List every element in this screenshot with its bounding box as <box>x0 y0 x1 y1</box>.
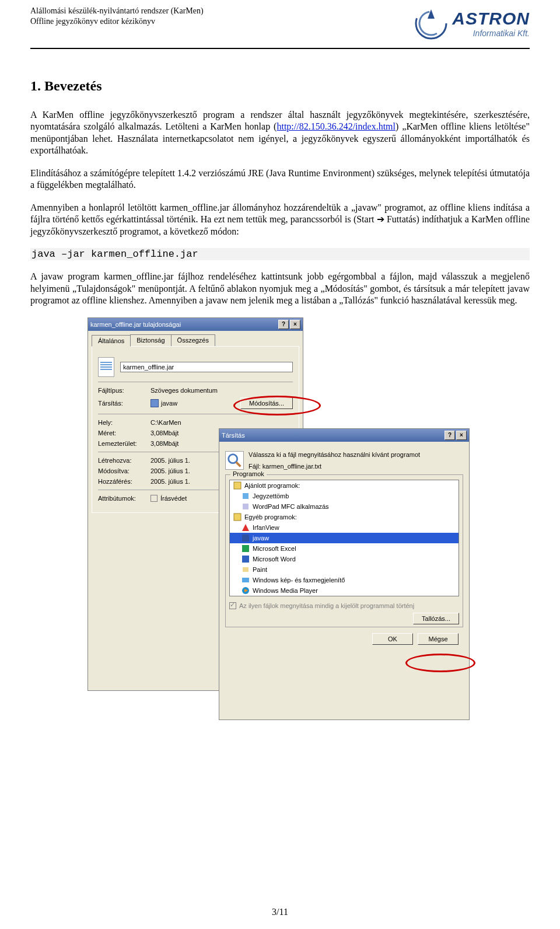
svg-rect-13 <box>243 567 249 572</box>
embedded-screenshot: karmen_offline.jar tulajdonságai ? × Ált… <box>88 317 473 732</box>
svg-marker-9 <box>242 524 249 531</box>
label-modified: Módosítva: <box>98 467 150 474</box>
paragraph-2: Elindításához a számítógépre telepített … <box>30 167 530 191</box>
header-line1: Alállomási készülék-nyilvántartó rendsze… <box>30 6 204 16</box>
header-line2: Offline jegyzőkönyv editor kézikönyv <box>30 16 204 27</box>
list-item: XmlPad <box>230 596 459 596</box>
page-number: 3/11 <box>0 907 560 917</box>
svg-rect-14 <box>242 578 249 582</box>
paragraph-3: Amennyiben a honlapról letöltött karmen_… <box>30 202 530 238</box>
value-filetype: Szöveges dokumentum <box>150 387 218 394</box>
svg-line-4 <box>236 462 241 466</box>
logo-sub: Informatikai Kft. <box>473 29 530 38</box>
logo-name: ASTRON <box>452 9 530 29</box>
svg-rect-8 <box>234 514 241 521</box>
list-item: Jegyzettömb <box>230 491 459 501</box>
tab-security[interactable]: Biztonság <box>130 334 171 346</box>
svg-rect-10 <box>242 535 249 542</box>
value-file: karmen_offline.jar.txt <box>262 463 321 470</box>
ok-button[interactable]: OK <box>372 633 413 645</box>
value-attributes: Írásvédet <box>160 495 187 502</box>
cancel-button[interactable]: Mégse <box>418 633 459 645</box>
label-location: Hely: <box>98 419 150 426</box>
svg-rect-6 <box>243 493 249 499</box>
programs-group: Programok Ajánlott programok: Jegyzettöm… <box>225 474 463 627</box>
programs-list[interactable]: Ajánlott programok: Jegyzettömb WordPad … <box>229 480 459 596</box>
programs-legend: Programok <box>230 470 267 477</box>
label-file: Fájl: <box>249 463 261 470</box>
company-logo: ASTRON Informatikai Kft. <box>414 6 530 41</box>
list-item: Microsoft Word <box>230 554 459 564</box>
list-item-selected: javaw <box>230 533 459 543</box>
properties-tabs: Általános Biztonság Összegzés <box>88 331 303 346</box>
heading-1: 1. Bevezetés <box>30 78 530 94</box>
association-dialog: Társítás ? × Válassza ki a fájl megnyitá… <box>219 428 470 720</box>
filename-field[interactable]: karmen_offline.jar <box>120 362 293 372</box>
header-rule <box>30 48 530 49</box>
help-button[interactable]: ? <box>444 431 455 440</box>
close-button[interactable]: × <box>290 320 300 329</box>
svg-marker-2 <box>428 9 435 19</box>
label-accessed: Hozzáférés: <box>98 478 150 485</box>
label-attributes: Attribútumok: <box>98 495 150 502</box>
magnifier-icon <box>225 451 244 470</box>
doc-header: Alállomási készülék-nyilvántartó rendsze… <box>30 6 530 41</box>
label-association: Társítás: <box>98 400 150 407</box>
tab-summary[interactable]: Összegzés <box>171 334 215 346</box>
highlight-circle-modify <box>233 396 321 415</box>
svg-rect-7 <box>243 504 249 509</box>
value-diskspace: 3,08Mbájt <box>150 440 178 447</box>
always-use-checkbox[interactable] <box>229 602 236 609</box>
paragraph-4: A javaw program karmen_offline.jar fájlh… <box>30 271 530 306</box>
always-use-label: Az ilyen fájlok megnyitása mindig a kije… <box>239 602 414 609</box>
label-filetype: Fájltípus: <box>98 387 150 394</box>
paragraph-1: A KarMen offline jegyzőkönyvszerkesztő p… <box>30 109 530 157</box>
download-url-link[interactable]: http://82.150.36.242/index.html <box>276 121 396 131</box>
properties-title: karmen_offline.jar tulajdonságai <box>90 321 181 328</box>
svg-point-3 <box>229 454 237 463</box>
readonly-checkbox[interactable] <box>150 495 158 502</box>
label-size: Méret: <box>98 429 150 436</box>
value-accessed: 2005. július 1. <box>150 478 190 485</box>
logo-swoosh-icon <box>414 6 449 41</box>
label-diskspace: Lemezterület: <box>98 440 150 447</box>
list-item: Microsoft Excel <box>230 543 459 554</box>
svg-rect-11 <box>242 545 249 552</box>
command-line: java –jar karmen_offline.jar <box>30 248 530 260</box>
properties-titlebar: karmen_offline.jar tulajdonságai ? × <box>88 318 303 331</box>
value-created: 2005. július 1. <box>150 457 190 464</box>
list-header-other: Egyéb programok: <box>230 512 459 522</box>
value-modified: 2005. július 1. <box>150 467 190 474</box>
list-header-recommended: Ajánlott programok: <box>230 480 459 491</box>
highlight-circle-browse <box>405 654 475 672</box>
list-item: Paint <box>230 564 459 575</box>
tab-general[interactable]: Általános <box>92 335 131 347</box>
list-item: IrfanView <box>230 522 459 533</box>
value-location: C:\KarMen <box>150 419 181 426</box>
list-item: Windows kép- és faxmegjelenítő <box>230 575 459 585</box>
list-item: Windows Media Player <box>230 585 459 596</box>
association-title: Társítás <box>222 432 245 439</box>
association-titlebar: Társítás ? × <box>219 429 469 442</box>
file-type-icon <box>98 357 114 377</box>
association-prompt: Válassza ki a fájl megnyitásához használ… <box>249 451 420 458</box>
list-item: WordPad MFC alkalmazás <box>230 501 459 512</box>
label-created: Létrehozva: <box>98 457 150 464</box>
svg-rect-5 <box>234 482 241 489</box>
close-button[interactable]: × <box>456 431 467 440</box>
value-size: 3,08Mbájt <box>150 429 178 436</box>
app-icon <box>150 399 159 407</box>
value-association: javaw <box>161 400 240 407</box>
svg-rect-12 <box>242 556 249 563</box>
help-button[interactable]: ? <box>278 320 289 329</box>
browse-button[interactable]: Tallózás... <box>413 613 459 624</box>
